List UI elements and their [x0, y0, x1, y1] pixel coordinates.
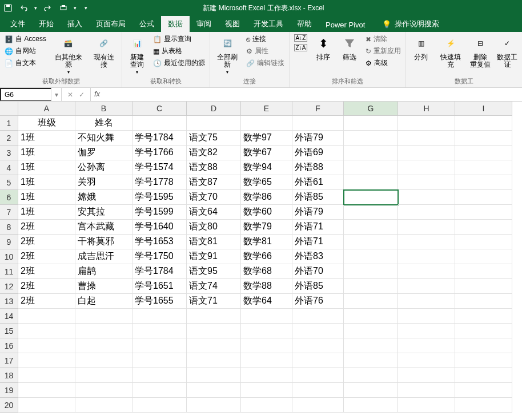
cell-G17[interactable] — [344, 353, 398, 368]
cell-G5[interactable] — [344, 175, 398, 190]
from-other-button[interactable]: 🗃️自其他来源▾ — [51, 33, 86, 76]
cell-E19[interactable] — [241, 383, 292, 398]
cell-I17[interactable] — [455, 353, 512, 368]
remove-dup-button[interactable]: ⊟删除 重复值 — [469, 33, 492, 70]
row-header-5[interactable]: 5 — [0, 175, 18, 190]
col-header-I[interactable]: I — [455, 102, 512, 116]
cell-A19[interactable] — [18, 383, 75, 398]
cell-G9[interactable] — [344, 235, 398, 249]
cell-C16[interactable] — [132, 338, 187, 353]
cell-B18[interactable] — [75, 368, 132, 383]
cell-E13[interactable]: 数学64 — [241, 294, 292, 309]
cell-H18[interactable] — [398, 368, 455, 383]
cell-I1[interactable] — [455, 116, 512, 131]
cell-C11[interactable]: 学号1784 — [132, 264, 187, 279]
cell-G13[interactable] — [344, 294, 398, 309]
cell-H14[interactable] — [398, 309, 455, 324]
cell-B5[interactable]: 关羽 — [75, 175, 132, 190]
cell-D7[interactable]: 语文64 — [187, 205, 241, 220]
cell-F6[interactable]: 外语85 — [292, 190, 344, 205]
cell-I5[interactable] — [455, 175, 512, 190]
text-to-columns-button[interactable]: ▥分列 — [409, 33, 432, 62]
cell-F13[interactable]: 外语76 — [292, 294, 344, 309]
cell-H9[interactable] — [398, 235, 455, 249]
tab-插入[interactable]: 插入 — [61, 16, 89, 32]
show-queries-button[interactable]: 📋显示查询 — [152, 33, 206, 45]
cell-D4[interactable]: 语文88 — [187, 160, 241, 175]
name-box[interactable] — [0, 88, 51, 101]
cell-C14[interactable] — [132, 309, 187, 324]
cell-G10[interactable] — [344, 249, 398, 264]
print-preview-button[interactable] — [58, 2, 69, 14]
cell-I8[interactable] — [455, 220, 512, 235]
cell-F4[interactable]: 外语88 — [292, 160, 344, 175]
cell-I15[interactable] — [455, 324, 512, 338]
advanced-filter-button[interactable]: ⚙高级 — [364, 57, 402, 69]
cell-A17[interactable] — [18, 353, 75, 368]
cell-A12[interactable]: 2班 — [18, 279, 75, 294]
cell-E10[interactable]: 数学66 — [241, 249, 292, 264]
cell-H20[interactable] — [398, 398, 455, 413]
cell-B8[interactable]: 宫本武藏 — [75, 220, 132, 235]
cell-A18[interactable] — [18, 368, 75, 383]
cell-C12[interactable]: 学号1651 — [132, 279, 187, 294]
cell-A4[interactable]: 1班 — [18, 160, 75, 175]
cell-H11[interactable] — [398, 264, 455, 279]
cell-A9[interactable]: 2班 — [18, 235, 75, 249]
cell-G15[interactable] — [344, 324, 398, 338]
cell-G14[interactable] — [344, 309, 398, 324]
data-valid-button[interactable]: ✓数据工 证 — [495, 33, 519, 70]
cell-F11[interactable]: 外语70 — [292, 264, 344, 279]
col-header-A[interactable]: A — [18, 102, 75, 116]
row-header-2[interactable]: 2 — [0, 131, 18, 146]
cell-C15[interactable] — [132, 324, 187, 338]
cell-G18[interactable] — [344, 368, 398, 383]
cell-E12[interactable]: 数学88 — [241, 279, 292, 294]
cell-D8[interactable]: 语文80 — [187, 220, 241, 235]
cell-A16[interactable] — [18, 338, 75, 353]
tab-Power Pivot[interactable]: Power Pivot — [319, 18, 372, 32]
cell-E20[interactable] — [241, 398, 292, 413]
fx-icon[interactable]: fx — [91, 88, 103, 101]
row-header-10[interactable]: 10 — [0, 249, 18, 264]
cell-I18[interactable] — [455, 368, 512, 383]
flash-fill-button[interactable]: ⚡快速填充 — [436, 33, 465, 70]
cell-B20[interactable] — [75, 398, 132, 413]
col-header-B[interactable]: B — [75, 102, 132, 116]
cell-H1[interactable] — [398, 116, 455, 131]
cell-C10[interactable]: 学号1750 — [132, 249, 187, 264]
row-header-19[interactable]: 19 — [0, 383, 18, 398]
formula-input[interactable] — [103, 88, 522, 101]
cell-E16[interactable] — [241, 338, 292, 353]
cell-E11[interactable]: 数学68 — [241, 264, 292, 279]
cell-I4[interactable] — [455, 160, 512, 175]
edit-links-button[interactable]: 🔗编辑链接 — [245, 57, 286, 69]
cell-C9[interactable]: 学号1653 — [132, 235, 187, 249]
cell-H15[interactable] — [398, 324, 455, 338]
cell-B12[interactable]: 曹操 — [75, 279, 132, 294]
cell-H16[interactable] — [398, 338, 455, 353]
cell-H2[interactable] — [398, 131, 455, 146]
cell-D18[interactable] — [187, 368, 241, 383]
cell-C18[interactable] — [132, 368, 187, 383]
from-text-button[interactable]: 📄自文本 — [3, 57, 47, 69]
undo-button[interactable] — [18, 2, 30, 14]
cell-G20[interactable] — [344, 398, 398, 413]
cell-H7[interactable] — [398, 205, 455, 220]
cell-A5[interactable]: 1班 — [18, 175, 75, 190]
cell-I3[interactable] — [455, 146, 512, 160]
save-button[interactable] — [2, 2, 14, 14]
cell-H5[interactable] — [398, 175, 455, 190]
cell-E14[interactable] — [241, 309, 292, 324]
cell-D12[interactable]: 语文74 — [187, 279, 241, 294]
cell-F14[interactable] — [292, 309, 344, 324]
cell-H13[interactable] — [398, 294, 455, 309]
row-header-3[interactable]: 3 — [0, 146, 18, 160]
cell-D14[interactable] — [187, 309, 241, 324]
cell-G8[interactable] — [344, 220, 398, 235]
row-header-15[interactable]: 15 — [0, 324, 18, 338]
col-header-C[interactable]: C — [132, 102, 187, 116]
cell-H3[interactable] — [398, 146, 455, 160]
cell-B14[interactable] — [75, 309, 132, 324]
cell-E3[interactable]: 数学67 — [241, 146, 292, 160]
